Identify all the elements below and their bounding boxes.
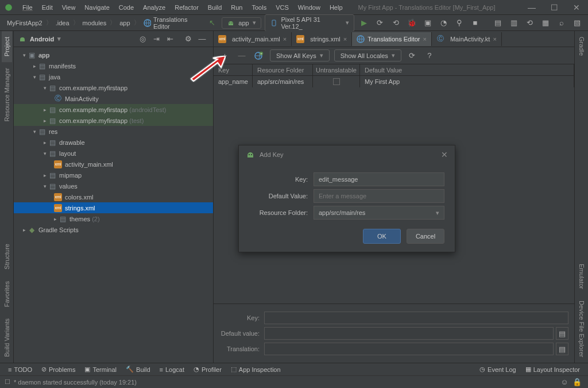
minimize-button[interactable]: — — [524, 3, 539, 12]
menu-run[interactable]: Run — [227, 2, 246, 13]
rail-tab-project[interactable]: Project — [2, 31, 12, 62]
crumb-app[interactable]: app — [117, 18, 132, 28]
col-default-value[interactable]: Default Value — [360, 64, 574, 75]
build-hammer-icon[interactable]: ↖ — [206, 17, 219, 29]
select-opened-file-icon[interactable]: ◎ — [136, 33, 149, 45]
crumb-idea[interactable]: .idea — [53, 18, 72, 28]
tree-layout[interactable]: layout — [59, 150, 76, 157]
dlg-key-input[interactable] — [314, 172, 444, 186]
menu-navigate[interactable]: Navigate — [80, 2, 113, 13]
show-locales-dropdown[interactable]: Show All Locales▾ — [334, 49, 401, 62]
lock-icon[interactable]: 🔒 — [571, 376, 583, 389]
add-key-button[interactable]: ＋ — [218, 49, 231, 62]
crumb-project[interactable]: MyFirstApp2 — [5, 18, 45, 28]
checkbox-icon[interactable] — [333, 78, 340, 85]
menu-build[interactable]: Build — [204, 2, 226, 13]
tree-values[interactable]: values — [59, 183, 78, 190]
bb-app-inspection[interactable]: ⬚App Inspection — [227, 364, 284, 374]
close-tab-icon[interactable]: × — [423, 36, 427, 43]
collapse-all-icon[interactable]: ⇤ — [164, 33, 176, 45]
col-key[interactable]: Key — [214, 64, 253, 75]
project-view-selector[interactable]: Android ▾ — [18, 35, 61, 43]
panel-settings-icon[interactable]: ⚙ — [182, 33, 195, 45]
tree-app[interactable]: app — [38, 52, 50, 59]
rail-tab-build-variants[interactable]: Build Variants — [2, 313, 12, 363]
rail-tab-device-file-explorer[interactable]: Device File Explorer — [577, 295, 587, 363]
tree-pkg-test[interactable]: com.example.myfirstapp (test) — [59, 117, 144, 124]
cell-default[interactable]: My First App — [360, 76, 574, 87]
menu-edit[interactable]: Edit — [38, 2, 57, 13]
tree-manifests[interactable]: manifests — [49, 63, 76, 70]
tree-mainactivity[interactable]: MainActivity — [65, 95, 99, 102]
bb-profiler[interactable]: ◔Profiler — [190, 364, 225, 374]
tree-res[interactable]: res — [49, 128, 57, 135]
tree-colors-xml[interactable]: colors.xml — [65, 194, 94, 201]
tree-java[interactable]: java — [49, 74, 60, 80]
close-tab-icon[interactable]: × — [283, 36, 287, 43]
menu-view[interactable]: View — [58, 2, 80, 13]
apply-changes-icon[interactable]: ⟳ — [374, 17, 386, 29]
tree-gradle[interactable]: Gradle Scripts — [38, 226, 79, 233]
dialog-close-button[interactable]: ✕ — [441, 150, 448, 159]
crumb-modules[interactable]: modules — [80, 18, 109, 28]
dlg-folder-select[interactable]: app/src/main/res▾ — [314, 206, 444, 220]
bb-terminal[interactable]: ▣Terminal — [81, 364, 120, 374]
menu-help[interactable]: Help — [326, 2, 347, 13]
menu-refactor[interactable]: Refactor — [171, 2, 203, 13]
tab-strings[interactable]: xmlstrings.xml× — [292, 32, 352, 46]
tab-translations-editor[interactable]: Translations Editor× — [352, 32, 432, 46]
rail-tab-resource-manager[interactable]: Resource Manager — [2, 62, 12, 128]
ok-button[interactable]: OK — [363, 229, 401, 244]
reload-icon[interactable]: ⟳ — [406, 49, 419, 62]
tree-drawable[interactable]: drawable — [59, 139, 85, 146]
device-selector[interactable]: Pixel 5 API 31 Ver.12_▾ — [265, 14, 355, 32]
tab-mainactivity-kt[interactable]: ⒸMainActivity.kt× — [432, 32, 502, 46]
browse-icon[interactable]: ▤ — [556, 327, 568, 340]
stop-icon[interactable]: ■ — [469, 17, 482, 29]
cell-key[interactable]: app_name — [214, 76, 253, 87]
rail-tab-structure[interactable]: Structure — [2, 238, 12, 275]
device-manager-icon[interactable]: ▦ — [539, 17, 552, 29]
tree-themes[interactable]: themes (2) — [69, 216, 100, 222]
menu-code[interactable]: Code — [115, 2, 138, 13]
tree-mipmap[interactable]: mipmap — [59, 172, 82, 179]
expand-all-icon[interactable]: ⇥ — [150, 33, 163, 45]
remove-key-button[interactable]: — — [235, 49, 248, 62]
bb-layout-inspector[interactable]: ▦Layout Inspector — [522, 364, 583, 374]
tab-activity-main[interactable]: xmlactivity_main.xml× — [214, 32, 292, 46]
run-button[interactable]: ▶ — [358, 17, 370, 29]
bb-logcat[interactable]: ≡Logcat — [156, 365, 188, 374]
dlg-default-input[interactable] — [314, 189, 444, 203]
col-untranslatable[interactable]: Untranslatable — [313, 64, 360, 75]
help-icon[interactable]: ? — [423, 49, 436, 62]
close-tab-icon[interactable]: × — [493, 36, 496, 43]
maximize-button[interactable]: ☐ — [547, 3, 562, 12]
cell-folder[interactable]: app/src/main/res — [253, 76, 313, 87]
tree-pkg-androidtest[interactable]: com.example.myfirstapp (androidTest) — [59, 106, 166, 113]
profile-icon[interactable]: ◔ — [437, 17, 450, 29]
browse-icon[interactable]: ▤ — [556, 343, 568, 355]
close-tab-icon[interactable]: × — [343, 36, 347, 43]
attach-debugger-icon[interactable]: ⚲ — [453, 17, 466, 29]
menu-analyze[interactable]: Analyze — [139, 2, 169, 13]
col-resource-folder[interactable]: Resource Folder — [253, 64, 313, 75]
bb-problems[interactable]: ⊘Problems — [38, 364, 79, 374]
coverage-icon[interactable]: ▣ — [421, 17, 434, 29]
add-locale-button[interactable]: + — [253, 49, 265, 62]
cancel-button[interactable]: Cancel — [407, 229, 444, 244]
settings-icon[interactable]: ▧ — [571, 17, 583, 29]
tree-strings-xml[interactable]: strings.xml — [65, 205, 95, 212]
table-row[interactable]: app_name app/src/main/res My First App — [214, 76, 574, 87]
rail-tab-favorites[interactable]: Favorites — [2, 275, 12, 313]
rail-tab-emulator[interactable]: Emulator — [577, 258, 587, 295]
close-button[interactable]: ✕ — [570, 3, 583, 12]
menu-tools[interactable]: Tools — [247, 2, 270, 13]
bb-event-log[interactable]: ◷Event Log — [476, 364, 520, 374]
menu-vcs[interactable]: VCS — [272, 2, 293, 13]
rail-tab-gradle[interactable]: Gradle — [577, 31, 587, 62]
face-icon[interactable]: ☺ — [558, 376, 571, 389]
show-keys-dropdown[interactable]: Show All Keys▾ — [270, 49, 330, 62]
sync-gradle-icon[interactable]: ⟲ — [524, 17, 536, 29]
cell-untranslatable[interactable] — [313, 76, 360, 87]
avd-manager-icon[interactable]: ▤ — [492, 17, 504, 29]
